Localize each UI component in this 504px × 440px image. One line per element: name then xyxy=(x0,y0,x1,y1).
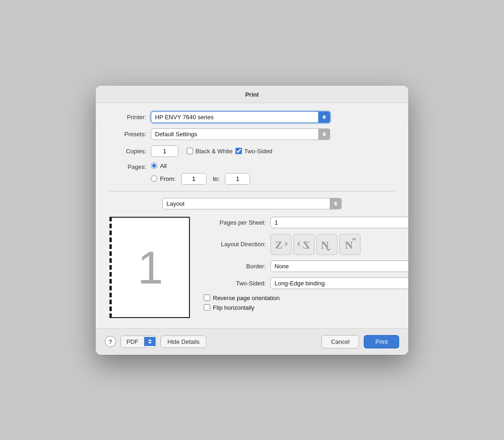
page-preview-number: 1 xyxy=(137,244,163,290)
dialog-title: Print xyxy=(245,91,259,98)
direction-btn-1[interactable]: Z xyxy=(270,234,292,255)
reverse-orientation-label: Reverse page orientation xyxy=(213,295,280,301)
pages-label: Pages: xyxy=(109,162,146,170)
direction-btn-4[interactable]: N xyxy=(339,234,361,255)
svg-text:Z: Z xyxy=(303,239,310,251)
presets-select-wrapper: Default Settings xyxy=(151,128,330,140)
svg-text:Z: Z xyxy=(275,239,282,251)
two-sided-checkbox[interactable] xyxy=(235,148,242,154)
print-dialog: Print Printer: HP ENVY 7640 series Prese… xyxy=(96,86,408,355)
pages-to-input[interactable] xyxy=(225,173,250,185)
border-select[interactable]: None xyxy=(270,261,408,272)
pages-section: All From: to: xyxy=(151,162,250,185)
pdf-button-group: PDF xyxy=(120,336,156,348)
title-bar: Print xyxy=(96,86,408,103)
copies-label: Copies: xyxy=(109,148,146,155)
presets-label: Presets: xyxy=(109,131,146,138)
pages-from-input[interactable] xyxy=(181,173,206,185)
flip-horizontally-label: Flip horizontally xyxy=(213,304,254,311)
two-sided-select[interactable]: Long-Edge binding xyxy=(270,278,408,289)
layout-direction-row: Layout Direction: Z Z xyxy=(199,234,408,255)
pages-row: Pages: All From: to: xyxy=(109,162,395,185)
cancel-button[interactable]: Cancel xyxy=(321,335,359,348)
pdf-chevron-button[interactable] xyxy=(144,337,155,346)
border-select-wrapper: None xyxy=(270,261,408,272)
page-preview: 1 xyxy=(109,217,190,318)
pages-per-sheet-select[interactable]: 1 xyxy=(270,217,408,228)
copies-options: Black & White Two-Sided xyxy=(151,145,272,157)
presets-select[interactable]: Default Settings xyxy=(151,128,330,140)
pages-all-row: All xyxy=(151,162,250,169)
printer-label: Printer: xyxy=(109,114,146,121)
print-button[interactable]: Print xyxy=(364,335,399,348)
bottom-bar: ? PDF Hide Details Cancel Print xyxy=(96,328,408,355)
pages-per-sheet-label: Pages per Sheet: xyxy=(199,219,266,226)
border-label: Border: xyxy=(199,263,266,270)
direction-buttons: Z Z N xyxy=(270,234,361,255)
hide-details-button[interactable]: Hide Details xyxy=(160,336,206,348)
layout-section: 1 Pages per Sheet: 1 xyxy=(109,217,395,318)
pages-from-label: From: xyxy=(160,175,176,182)
layout-section-select-row: Layout xyxy=(109,198,395,209)
printer-row: Printer: HP ENVY 7640 series xyxy=(109,111,395,123)
pages-all-label: All xyxy=(160,162,166,169)
two-sided-option-label: Two-Sided: xyxy=(199,280,266,287)
flip-horizontally-checkbox[interactable] xyxy=(204,304,210,311)
pdf-label: PDF xyxy=(121,336,144,347)
black-white-checkbox[interactable] xyxy=(187,148,193,154)
pages-all-radio[interactable] xyxy=(151,162,157,169)
checkboxes-group: Reverse page orientation Flip horizontal… xyxy=(204,295,408,311)
printer-select-wrapper: HP ENVY 7640 series xyxy=(151,111,330,123)
two-sided-select-wrapper: Long-Edge binding xyxy=(270,278,408,289)
direction-btn-3[interactable]: N xyxy=(316,234,338,255)
pages-to-label: to: xyxy=(213,175,219,182)
svg-text:N: N xyxy=(321,239,329,251)
svg-text:N: N xyxy=(345,239,353,251)
copies-row: Copies: Black & White Two-Sided xyxy=(109,145,395,157)
reverse-orientation-row: Reverse page orientation xyxy=(204,295,408,301)
printer-select[interactable]: HP ENVY 7640 series xyxy=(151,111,330,123)
presets-row: Presets: Default Settings xyxy=(109,128,395,140)
layout-options: Pages per Sheet: 1 Layout Direction: xyxy=(199,217,408,314)
border-row: Border: None xyxy=(199,261,408,272)
layout-header-select[interactable]: Layout xyxy=(162,198,342,209)
reverse-orientation-checkbox[interactable] xyxy=(204,295,210,301)
pages-per-sheet-select-wrapper: 1 xyxy=(270,217,408,228)
pages-from-row: From: to: xyxy=(151,173,250,185)
two-sided-label: Two-Sided xyxy=(235,148,272,155)
black-white-label: Black & White xyxy=(187,148,233,155)
separator-1 xyxy=(109,191,395,191)
pages-per-sheet-row: Pages per Sheet: 1 xyxy=(199,217,408,228)
two-sided-option-row: Two-Sided: Long-Edge binding xyxy=(199,278,408,289)
layout-header-select-wrapper: Layout xyxy=(162,198,342,209)
flip-horizontally-row: Flip horizontally xyxy=(204,304,408,311)
pages-from-radio[interactable] xyxy=(151,175,157,182)
direction-btn-2[interactable]: Z xyxy=(293,234,315,255)
copies-input[interactable] xyxy=(151,145,178,157)
layout-direction-label: Layout Direction: xyxy=(199,241,266,248)
main-content: Printer: HP ENVY 7640 series Presets: De… xyxy=(96,103,408,328)
help-button[interactable]: ? xyxy=(105,336,116,347)
